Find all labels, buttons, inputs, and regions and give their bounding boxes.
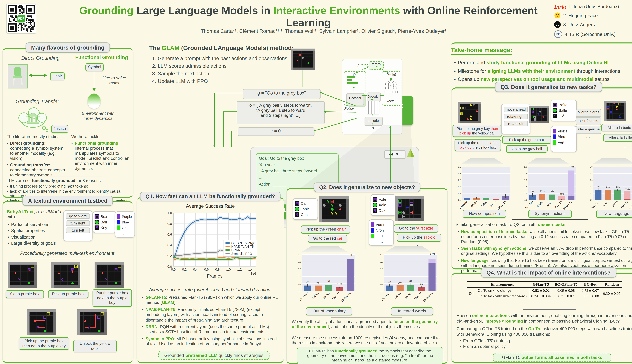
cell: 0.73 ± 0.07 xyxy=(580,288,601,293)
glam-heading: The GLAM (Grounded LAnguage Models) meth… xyxy=(149,44,301,52)
svg-text:Random: Random xyxy=(299,292,309,302)
action-chip: turn right xyxy=(66,220,90,226)
section-testbed: A textual environment testbed BabyAI-Tex… xyxy=(2,201,134,363)
action-chip: aller à droite xyxy=(576,117,601,126)
take-home-bullet: Milestone for aligning LLMs with their e… xyxy=(458,67,620,76)
svg-text:-18%: -18% xyxy=(336,282,342,286)
legend-label: Car xyxy=(301,201,307,206)
key-icon xyxy=(94,226,99,230)
svg-text:0%: 0% xyxy=(420,282,423,285)
q3-bullet: New composition of learned tasks: while … xyxy=(461,230,632,245)
action-chip: go forward xyxy=(66,213,90,219)
color-swatch xyxy=(117,214,120,219)
affiliations: Inria 1. Inria (Univ. Bordeaux) 2. Huggi… xyxy=(554,2,632,39)
literature-block: The literature mostly studies: •Direct g… xyxy=(6,134,67,178)
q1-bullet: GFLAN-T5: Pretrained Flan-T5 (780M) on w… xyxy=(146,295,280,306)
box-icon xyxy=(552,103,557,107)
svg-text:0.0: 0.0 xyxy=(524,199,527,201)
cell: 0.69 ± 0.08 xyxy=(552,288,580,293)
p-label: p xyxy=(372,126,374,130)
action-chip: move ahead xyxy=(504,107,528,112)
q2-para1: We verify the ability of a functionally … xyxy=(292,320,442,330)
ball-icon xyxy=(295,207,299,211)
prob-bar xyxy=(347,82,358,84)
poster: PDF Grounding Large Language Models in I… xyxy=(0,0,632,364)
chart-synonym-actions: 0.00.20.40.60.81.00%Random21%DRRN-6%NPAE… xyxy=(518,164,578,214)
task-chip: Pick up purple box xyxy=(48,290,88,298)
q4-bullet: From an optimal policy xyxy=(463,344,506,350)
svg-text:Random: Random xyxy=(525,200,534,210)
svg-text:NPAE: NPAE xyxy=(546,200,553,207)
svg-text:Flan-T5: Flan-T5 xyxy=(488,200,497,209)
svg-text:0.2: 0.2 xyxy=(182,268,187,271)
svg-text:0.6: 0.6 xyxy=(380,268,383,270)
color-swatch xyxy=(552,140,556,144)
testbed-subtitle: Procedurally generated multi-task enviro… xyxy=(17,251,118,256)
symbol-chip: Symbol xyxy=(86,63,104,71)
key-icon xyxy=(552,114,557,118)
svg-text:DRRN: DRRN xyxy=(470,200,478,208)
legend-label: Box xyxy=(100,214,107,219)
decoder-box: Decoder xyxy=(366,92,381,102)
q3-heading: Similar generalization tests to Q2. but … xyxy=(456,222,632,227)
chart-legend: GFLAN-T5-large NPAE-FLAN-T5 DRRN Symboli… xyxy=(223,240,257,257)
col-header: BC-GFlan-T5 xyxy=(552,281,580,288)
section-title-q3: Q3. Does it generalize to new tasks? xyxy=(495,82,602,92)
legend-label: Symbolic-PPO xyxy=(231,252,252,255)
agent-pyramid-icon xyxy=(406,148,414,157)
svg-text:DRRN: DRRN xyxy=(602,200,609,208)
q1-bullet: NPAE-FLAN-T5: Randomly initialized FLan-… xyxy=(146,307,280,323)
color-swatch xyxy=(117,220,120,224)
testbed-bullets: •Partial observations •Spatial propertie… xyxy=(8,222,61,246)
svg-text:0%: 0% xyxy=(388,280,391,283)
q1-bullet: DRRN: DQN with recurrent layers (uses th… xyxy=(146,324,280,335)
chart-label: New language xyxy=(596,210,632,218)
svg-text:0%: 0% xyxy=(606,186,610,188)
task-chip: Unlock the yellow door xyxy=(73,340,117,352)
svg-text:0.4: 0.4 xyxy=(524,186,527,188)
svg-text:0.2: 0.2 xyxy=(458,192,461,195)
not-grounded-heading: LLMs are not functionally grounded for 3… xyxy=(6,178,130,183)
svg-text:1.0: 1.0 xyxy=(167,211,172,215)
svg-text:-89%: -89% xyxy=(625,188,630,190)
legend-swatch xyxy=(226,250,230,251)
legend-label: NPAE-FLAN-T5 xyxy=(231,245,254,248)
agent-tag: Agent xyxy=(384,150,406,159)
section-title-q2: Q2. Does it generalize to new objects? xyxy=(314,182,420,192)
svg-text:0.6: 0.6 xyxy=(524,179,527,181)
svg-text:0.0: 0.0 xyxy=(590,199,592,201)
prob-bar xyxy=(347,79,352,82)
zoom-shade xyxy=(386,246,431,252)
prob-bar xyxy=(347,76,356,78)
svg-text:GFlan-T5: GFlan-T5 xyxy=(422,292,434,302)
env-screenshot xyxy=(27,310,56,335)
task-chip: Put the purple box next to the purple ke… xyxy=(92,289,132,307)
affiliation-row: ISIR 4. ISIR (Sorbonne Univ.) xyxy=(554,30,632,38)
action-chip: aller tout droit xyxy=(576,109,601,117)
legend-label: GFLAN-T5-large xyxy=(231,241,255,245)
value-network-icon xyxy=(382,76,400,96)
glam-steps: Generate a prompt with the past actions … xyxy=(151,54,288,85)
take-home-bullets: •Perform and study functional grounding … xyxy=(454,59,632,84)
tackle-bullet: Functional grounding: internal process t… xyxy=(75,140,131,171)
section-q4: Q4. What is the impact of online interve… xyxy=(451,273,632,363)
zoom-shade xyxy=(592,158,632,164)
legend-swatch xyxy=(226,246,230,247)
row-label: Q4 xyxy=(467,288,476,299)
task-chip: Go to the grey ball xyxy=(506,145,548,153)
svg-text:-6%: -6% xyxy=(408,280,413,282)
svg-text:NPAE: NPAE xyxy=(404,291,412,299)
zoom-shade xyxy=(526,158,570,164)
svg-text:Flan-T5: Flan-T5 xyxy=(620,200,628,209)
lit-bullet: Grounding transfer: connecting abstract … xyxy=(10,162,67,178)
svg-text:1.0: 1.0 xyxy=(524,166,527,168)
section-title-testbed: A textual environment testbed xyxy=(22,196,113,206)
svg-text:GFlan-T5: GFlan-T5 xyxy=(340,292,352,302)
legend-label: Xolo xyxy=(379,203,386,207)
q1-conclusion: Grounded pretrained LLM quickly finds st… xyxy=(158,351,270,360)
hugging-face-icon xyxy=(554,12,561,19)
svg-text:0.2: 0.2 xyxy=(524,192,527,195)
divider xyxy=(366,196,366,249)
literature-heading: The literature mostly studies: xyxy=(6,134,67,139)
legend-label: Bleu xyxy=(558,134,565,139)
